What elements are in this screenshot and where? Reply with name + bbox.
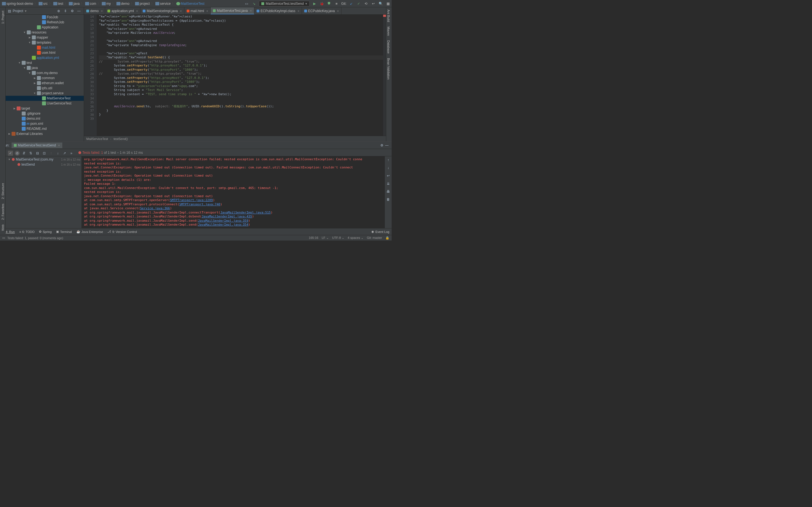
- tree-item[interactable]: .gitignore: [6, 111, 84, 116]
- gear-icon[interactable]: ⚙: [70, 8, 75, 13]
- right-tool-button[interactable]: Bean Validation: [386, 56, 391, 82]
- close-icon[interactable]: ×: [180, 9, 182, 13]
- tree-item[interactable]: application.yml: [6, 55, 84, 60]
- vcs-tool-button[interactable]: ⎇ 9: Version Control: [107, 230, 137, 233]
- run-tab[interactable]: MailServiceTest.testSend ×: [11, 143, 62, 148]
- editor-tab[interactable]: MailServiceImpl.java×: [140, 7, 184, 14]
- project-header-label[interactable]: Project: [13, 9, 23, 13]
- tree-item[interactable]: ▼test: [6, 60, 84, 65]
- coverage-icon[interactable]: ⛊: [326, 1, 332, 6]
- hammer-icon[interactable]: ↘: [252, 1, 257, 6]
- test-tree-item[interactable]: testSend1 m 16 s 12 ms: [7, 162, 82, 167]
- code-editor[interactable]: 1415161718192021222324252627282930313233…: [84, 15, 386, 136]
- tree-item[interactable]: ▶External Libraries: [6, 131, 84, 136]
- breadcrumb-item[interactable]: MailServiceTest: [175, 1, 205, 6]
- scroll-end-icon[interactable]: ⇊: [386, 181, 391, 186]
- right-tool-button[interactable]: Maven: [386, 24, 391, 38]
- git-revert-icon[interactable]: ↩: [371, 1, 376, 6]
- ide-settings-icon[interactable]: ▦: [386, 1, 391, 6]
- tree-item[interactable]: m pom.xml: [6, 121, 84, 126]
- soft-wrap-icon[interactable]: ↩: [386, 173, 391, 178]
- stop-icon[interactable]: ■: [334, 1, 339, 6]
- print-icon[interactable]: 🖶: [386, 189, 391, 194]
- git-update-icon[interactable]: ↙: [349, 1, 354, 6]
- more-icon[interactable]: »: [69, 151, 74, 156]
- search-icon[interactable]: 🔍: [378, 1, 383, 6]
- breadcrumb-item[interactable]: com: [84, 1, 97, 6]
- hide-icon[interactable]: —: [384, 143, 389, 148]
- test-tree-item[interactable]: ▼MailServiceTest (com.my1 m 16 s 12 ms: [7, 157, 82, 162]
- down-icon[interactable]: ↓: [55, 151, 60, 156]
- project-tree[interactable]: FooJobRefreshJobApplication▼resources▶ma…: [6, 15, 84, 142]
- breadcrumb-item[interactable]: test: [52, 1, 64, 6]
- right-tool-button[interactable]: Database: [386, 38, 391, 56]
- collapse-all-icon[interactable]: ⊡: [42, 151, 47, 156]
- tree-item[interactable]: MailServiceTest: [6, 96, 84, 101]
- project-tool-button[interactable]: 1: Project: [1, 8, 4, 26]
- git-commit-icon[interactable]: ✓: [356, 1, 361, 6]
- tree-item[interactable]: ▼templates: [6, 40, 84, 45]
- editor-tab[interactable]: mail.html×: [185, 7, 211, 14]
- tree-item[interactable]: Application: [6, 25, 84, 30]
- editor-tab[interactable]: demo×: [84, 7, 105, 14]
- structure-tool-button[interactable]: 2: Structure: [1, 181, 4, 202]
- close-icon[interactable]: ×: [206, 9, 208, 13]
- breadcrumb-item[interactable]: src: [38, 1, 49, 6]
- show-ignored-icon[interactable]: ⊘: [15, 151, 20, 156]
- tree-item[interactable]: ▶mapper: [6, 35, 84, 40]
- tree-item[interactable]: user.html: [6, 50, 84, 55]
- collapse-icon[interactable]: ⇕: [63, 8, 68, 13]
- locate-icon[interactable]: ⊕: [56, 8, 61, 13]
- scroll-down-icon[interactable]: ↓: [386, 165, 391, 170]
- event-log-button[interactable]: ◉ Event Log: [371, 230, 389, 233]
- close-icon[interactable]: ×: [297, 9, 299, 13]
- show-passed-icon[interactable]: ✓: [8, 151, 13, 156]
- breadcrumb-item[interactable]: spring-boot-demo: [1, 1, 34, 6]
- tree-item[interactable]: demo.iml: [6, 116, 84, 121]
- caret-position[interactable]: 165:16: [309, 236, 318, 240]
- git-branch[interactable]: Git: master: [367, 236, 382, 240]
- sort-icon[interactable]: ⇵: [21, 151, 27, 156]
- close-icon[interactable]: ×: [136, 9, 138, 13]
- tree-item[interactable]: UserServiceTest: [6, 101, 84, 106]
- close-icon[interactable]: ×: [337, 9, 339, 13]
- editor-tab[interactable]: ECPublicKey.java×: [302, 7, 342, 14]
- test-tree[interactable]: ▼MailServiceTest (com.my1 m 16 s 12 mste…: [7, 156, 82, 228]
- lock-icon[interactable]: 🔒: [386, 236, 389, 240]
- right-tool-button[interactable]: Ant Build: [386, 7, 391, 24]
- tree-item[interactable]: ipfs.util: [6, 86, 84, 91]
- favorites-tool-button[interactable]: 2: Favorites: [1, 202, 4, 222]
- build-icon[interactable]: ▭: [244, 1, 249, 6]
- encoding[interactable]: UTF-8 ⌄: [332, 236, 344, 240]
- editor-tab[interactable]: ECPublicKeyImpl.class×: [254, 7, 302, 14]
- tree-item[interactable]: ▼project.service: [6, 91, 84, 96]
- todo-tool-button[interactable]: ≡ 6: TODO: [19, 230, 35, 233]
- tree-item[interactable]: README.md: [6, 126, 84, 131]
- tree-item[interactable]: FooJob: [6, 15, 84, 20]
- clear-icon[interactable]: 🗑: [386, 197, 391, 202]
- breadcrumb-item[interactable]: service: [154, 1, 171, 6]
- up-icon[interactable]: ↑: [49, 151, 54, 156]
- tree-item[interactable]: ▶common: [6, 75, 84, 80]
- editor-tab[interactable]: application.yml×: [105, 7, 140, 14]
- breadcrumb-item[interactable]: my: [101, 1, 112, 6]
- git-history-icon[interactable]: ⟲: [363, 1, 368, 6]
- scroll-up-icon[interactable]: ↑: [386, 158, 391, 163]
- export-icon[interactable]: ↗: [62, 151, 67, 156]
- java-ee-tool-button[interactable]: ☕ Java Enterprise: [77, 230, 103, 233]
- editor-tab[interactable]: MailServiceTest.java×: [211, 7, 254, 14]
- tree-item[interactable]: ▶target: [6, 106, 84, 111]
- console-output[interactable]: org.springframework.mail.MailSendExcepti…: [82, 156, 385, 228]
- run-config-selector[interactable]: MailServiceTest.testSend ▾: [259, 1, 310, 6]
- close-icon[interactable]: ×: [101, 9, 103, 13]
- tree-item[interactable]: ▼java: [6, 65, 84, 70]
- web-tool-button[interactable]: Web: [1, 222, 4, 233]
- spring-tool-button[interactable]: ✿ Spring: [39, 230, 52, 233]
- close-icon[interactable]: ×: [250, 9, 252, 12]
- expand-icon[interactable]: ⊟: [35, 151, 40, 156]
- breadcrumb-item[interactable]: project: [134, 1, 151, 6]
- editor-breadcrumb[interactable]: MailServiceTest›testSend(): [84, 136, 386, 142]
- line-separator[interactable]: LF ⌄: [322, 236, 329, 240]
- run-icon[interactable]: ▶: [312, 1, 317, 6]
- tree-item[interactable]: ▶etherum.wallet: [6, 80, 84, 86]
